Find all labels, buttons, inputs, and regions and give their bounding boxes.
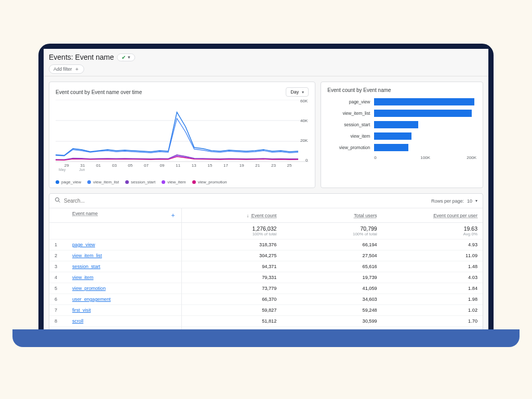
x-tick: 03 [107, 163, 123, 168]
event-name-link[interactable]: scroll [72, 318, 83, 324]
rows-per-page-label: Rows per page: [431, 198, 464, 204]
bar-fill[interactable] [374, 110, 472, 117]
analytics-screen: Events: Event name ✔ ▾ Add filter ＋ Even… [44, 49, 488, 329]
x-tick: 05 [123, 163, 139, 168]
event-name-link[interactable]: page_view [72, 242, 95, 247]
month-label-2: Jun [79, 168, 85, 171]
y-tick: 40K [300, 118, 308, 123]
line-chart-area: 60K 40K 20K 0 29310103050709111315171921… [56, 100, 309, 177]
cell-event-name: page_view [67, 240, 181, 250]
col-event-count[interactable]: ↓ Event count [181, 208, 282, 223]
bar-card-header: Event count by Event name [327, 87, 476, 93]
event-name-link[interactable]: view_promotion [72, 286, 105, 291]
line-chart-svg [56, 100, 309, 162]
legend-swatch [162, 180, 165, 184]
cell-event-count: 51,812 [181, 316, 282, 327]
cell-event-count: 304,275 [181, 250, 282, 261]
bar-chart-title: Event count by Event name [327, 87, 391, 93]
col-total-users[interactable]: Total users [282, 208, 382, 223]
legend-item[interactable]: view_item_list [87, 180, 119, 184]
status-chip[interactable]: ✔ ▾ [117, 54, 135, 61]
y-tick: 20K [300, 138, 308, 143]
cell-index: 6 [49, 294, 67, 305]
totals-row: 1,276,032 100% of total 70,799 100% of t… [49, 223, 483, 240]
legend-swatch [56, 180, 59, 184]
bar-label: page_view [327, 99, 371, 104]
totals-event-count-sub: 100% of total [187, 232, 277, 236]
bar-row: view_promotion [327, 142, 476, 153]
x-tick: 19 [234, 163, 250, 168]
cards-row: Event count by Event name over time Day … [44, 76, 488, 193]
cell-total-users: 59,248 [282, 305, 382, 316]
y-tick: 60K [300, 99, 308, 103]
cell-event-count: 66,370 [181, 294, 282, 305]
event-name-link[interactable]: view_item [72, 275, 94, 280]
legend-item[interactable]: view_promotion [192, 180, 227, 184]
granularity-select[interactable]: Day ▾ [286, 87, 309, 97]
x-tick: 09 [154, 163, 170, 168]
x-tick: 01 [90, 163, 107, 168]
legend-swatch [192, 180, 196, 184]
totals-total-users-sub: 100% of total [287, 232, 377, 236]
cell-per-user: 1.70 [382, 316, 483, 327]
table-row: 6user_engagement66,37034,6031.98 [49, 294, 483, 305]
cell-index: 2 [49, 250, 67, 261]
legend-swatch [87, 180, 91, 184]
bar-track [374, 121, 476, 128]
line-card-header: Event count by Event name over time Day … [56, 87, 309, 97]
col-per-user[interactable]: Event count per user [382, 208, 483, 223]
cell-event-count: 318,376 [181, 240, 282, 250]
cell-event-name: view_promotion [67, 283, 181, 294]
cell-total-users: 66,194 [282, 240, 382, 250]
table-row: 5view_promotion73,77941,0591.84 [49, 283, 483, 294]
table-header-row: Event name ＋ ↓ Event count Total users E… [49, 208, 483, 223]
bar-track [374, 144, 476, 151]
bar-x-axis: 0 100K 200K [374, 155, 476, 160]
x-axis-labels: 293101030507091113151719212325 [56, 163, 309, 168]
rows-per-page-value: 10 [467, 198, 472, 204]
add-dimension-button[interactable]: ＋ [170, 211, 176, 220]
cell-index: 1 [49, 240, 67, 250]
y-tick: 0 [305, 158, 308, 163]
line-chart-legend: page_viewview_item_listsession_startview… [56, 180, 309, 184]
bar-fill[interactable] [374, 121, 418, 128]
bar-track [374, 110, 476, 117]
search-icon [55, 197, 61, 205]
bar-fill[interactable] [374, 132, 411, 140]
event-name-link[interactable]: session_start [72, 264, 100, 269]
x-tick: 17 [218, 163, 234, 168]
cell-event-name: scroll [67, 316, 181, 327]
legend-label: page_view [61, 180, 81, 184]
event-name-link[interactable]: view_item_list [72, 253, 102, 258]
x-tick: 31 [75, 163, 91, 168]
cell-index: 5 [49, 283, 67, 294]
caret-down-icon: ▾ [302, 90, 304, 95]
add-filter-button[interactable]: Add filter ＋ [49, 64, 84, 74]
bar-fill[interactable] [374, 144, 408, 151]
legend-item[interactable]: session_start [125, 180, 155, 184]
cell-total-users: 41,059 [282, 283, 382, 294]
x-tick: 11 [170, 163, 186, 168]
table-row: 1page_view318,37666,1944.93 [49, 240, 483, 250]
cell-total-users: 65,616 [282, 261, 382, 272]
legend-item[interactable]: page_view [56, 180, 81, 184]
cell-per-user: 4.93 [382, 240, 483, 250]
line-chart-card: Event count by Event name over time Day … [49, 82, 315, 188]
legend-item[interactable]: view_item [162, 180, 186, 184]
bar-label: session_start [327, 122, 371, 127]
sort-arrow-icon: ↓ [247, 213, 249, 218]
event-name-link[interactable]: user_engagement [72, 297, 111, 302]
bar-tick: 100K [408, 155, 443, 160]
bar-chart-card: Event count by Event name page_viewview_… [321, 82, 483, 188]
search-input[interactable] [64, 198, 431, 204]
rows-per-page[interactable]: Rows per page: 10 ▾ [431, 198, 477, 204]
event-name-link[interactable]: first_visit [72, 308, 91, 313]
bar-fill[interactable] [374, 98, 474, 105]
title-row: Events: Event name ✔ ▾ [49, 53, 483, 61]
add-filter-label: Add filter [54, 66, 72, 72]
cell-per-user: 1.84 [382, 283, 483, 294]
cell-event-name: session_start [67, 261, 181, 272]
col-event-name[interactable]: Event name ＋ [67, 208, 181, 223]
events-table: Event name ＋ ↓ Event count Total users E… [49, 208, 483, 329]
x-tick: 21 [250, 163, 266, 168]
